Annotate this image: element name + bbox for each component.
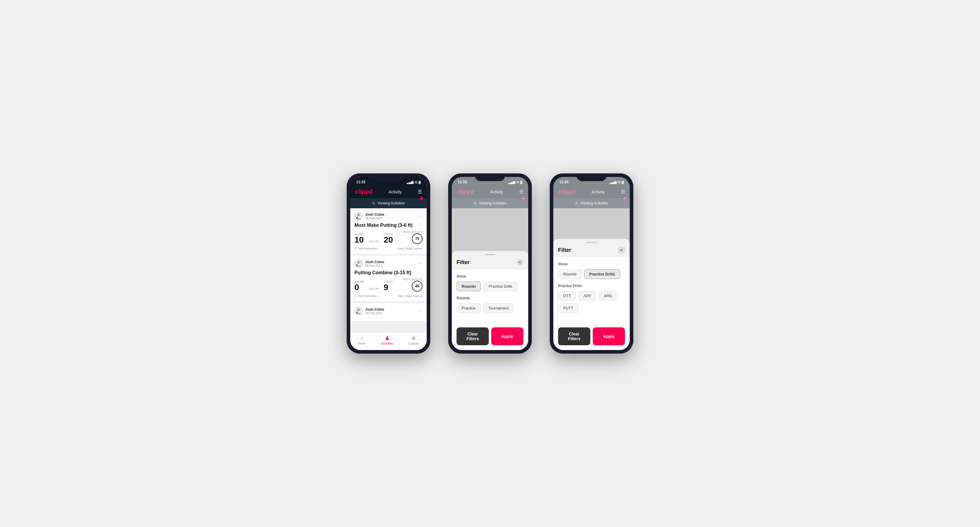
stats-row-2: Score 0 OUT OF Shots 9 Shot Quality xyxy=(355,278,423,292)
handle-bar-2 xyxy=(485,254,495,255)
home-icon: ⌂ xyxy=(360,335,364,341)
sheet-header-2: Filter ✕ xyxy=(452,256,528,270)
shot-quality-group-2: Shot Quality 45 xyxy=(403,278,423,292)
phone-2: 11:33 ▂▄▆ ⌬ ▓ clippd Activity ☰ ⊞ Viewin… xyxy=(448,173,532,354)
close-button-3[interactable]: ✕ xyxy=(618,246,625,254)
score-value-2: 0 xyxy=(355,283,364,292)
drills-filter-buttons-3: OTT APP ARG PUTT xyxy=(558,291,625,313)
activity-title-2: Putting Combine (3-15 ft) xyxy=(355,270,423,275)
bottom-nav-1: ⌂ Home ♟ Activities ⊕ Capture xyxy=(350,332,427,350)
tournament-btn-2[interactable]: Tournament xyxy=(483,303,514,313)
svg-point-2 xyxy=(356,217,358,219)
notification-dot-1 xyxy=(420,197,423,200)
status-time: 11:33 xyxy=(356,180,366,184)
svg-point-8 xyxy=(356,312,358,314)
more-dots-1[interactable]: ··· xyxy=(418,213,423,219)
phone-content-1: 11:33 ▂▄▆ ⌬ ▓ clippd Activity ☰ ⊞ Vi xyxy=(350,177,427,350)
avatar-3 xyxy=(355,307,363,315)
putt-btn-3[interactable]: PUTT xyxy=(558,303,578,313)
rounds-section-label-2: Rounds xyxy=(457,296,523,300)
stats-row-1: Score 10 OUT OF Shots 20 Shot Quality xyxy=(355,230,423,244)
filter-title-2: Filter xyxy=(457,259,470,265)
user-date-1: 28 Feb 2023 xyxy=(365,217,384,220)
card-header-3: Josh Coles 28 Feb 2023 ··· xyxy=(355,307,423,315)
score-group-2: Score 0 xyxy=(355,280,364,292)
user-date-2: 28 Feb 2023 xyxy=(365,264,384,267)
activity-list: Josh Coles 28 Feb 2023 ··· Must Make Put… xyxy=(350,208,427,332)
svg-point-5 xyxy=(356,264,358,266)
capture-icon: ⊕ xyxy=(412,335,416,341)
practice-drills-btn-3[interactable]: Practice Drills xyxy=(584,269,620,279)
shots-value-2: 9 xyxy=(384,283,393,292)
phone-screen-2: 11:33 ▂▄▆ ⌬ ▓ clippd Activity ☰ ⊞ Viewin… xyxy=(452,177,528,350)
viewing-text-1: Viewing Activities xyxy=(377,201,405,205)
user-info-1: Josh Coles 28 Feb 2023 xyxy=(355,212,384,220)
sheet-footer-3: Clear Filters Apply xyxy=(553,322,630,350)
practice-round-btn-2[interactable]: Practice xyxy=(457,303,481,313)
sheet-footer-2: Clear Filters Apply xyxy=(452,322,528,350)
sheet-handle-3 xyxy=(553,239,630,244)
shot-quality-group-1: Shot Quality 75 xyxy=(403,230,423,244)
app-header-1: clippd Activity ☰ xyxy=(350,186,427,198)
user-details-2: Josh Coles 28 Feb 2023 xyxy=(365,260,384,267)
user-info-2: Josh Coles 28 Feb 2023 xyxy=(355,259,384,268)
hamburger-icon-1[interactable]: ☰ xyxy=(418,189,422,195)
show-label-2: Show xyxy=(457,274,523,278)
phone-1: 11:33 ▂▄▆ ⌬ ▓ clippd Activity ☰ ⊞ Vi xyxy=(347,173,430,354)
phone-notch-3 xyxy=(577,173,606,181)
avatar-1 xyxy=(355,212,363,220)
svg-point-4 xyxy=(357,261,360,264)
close-button-2[interactable]: ✕ xyxy=(516,259,523,266)
nav-home[interactable]: ⌂ Home xyxy=(358,335,366,345)
shot-quality-badge-2: 45 xyxy=(412,281,423,292)
rounds-btn-2[interactable]: Rounds xyxy=(457,281,481,291)
score-group-1: Score 10 xyxy=(355,233,364,244)
phone-screen-3: 11:33 ▂▄▆ ⌬ ▓ clippd Activity ☰ ⊞ Viewin… xyxy=(553,177,630,350)
wifi-icon: ⌬ xyxy=(415,181,417,184)
avatar-2 xyxy=(355,259,363,268)
clear-filters-btn-2[interactable]: Clear Filters xyxy=(457,327,489,345)
nav-activities[interactable]: ♟ Activities xyxy=(381,335,393,345)
activities-icon: ♟ xyxy=(385,335,390,341)
shot-quality-label-1: Shot Quality xyxy=(403,230,423,233)
rounds-btn-3[interactable]: Rounds xyxy=(558,269,582,279)
activity-title-1: Must Make Putting (3-6 ft) xyxy=(355,222,423,228)
shots-group-1: Shots 20 xyxy=(384,233,393,244)
show-filter-buttons-2: Rounds Practice Drills xyxy=(457,281,523,291)
card-header-2: Josh Coles 28 Feb 2023 ··· xyxy=(355,259,423,268)
phone-screen-1: 11:33 ▂▄▆ ⌬ ▓ clippd Activity ☰ ⊞ Vi xyxy=(350,177,427,350)
apply-btn-3[interactable]: Apply xyxy=(593,327,625,345)
app-btn-3[interactable]: APP xyxy=(578,291,596,301)
test-info-2: ⓘ Test Information xyxy=(355,294,377,298)
practice-drills-btn-2[interactable]: Practice Drills xyxy=(484,281,517,291)
shot-quality-badge-1: 75 xyxy=(412,233,423,244)
app-title-1: Activity xyxy=(388,189,402,194)
user-details-1: Josh Coles 28 Feb 2023 xyxy=(365,213,384,220)
outof-label-1: OUT OF xyxy=(368,240,380,243)
user-info-3: Josh Coles 28 Feb 2023 xyxy=(355,307,384,315)
arg-btn-3[interactable]: ARG xyxy=(599,291,617,301)
phone-notch xyxy=(374,173,403,181)
shot-quality-label-2: Shot Quality xyxy=(403,278,423,281)
apply-btn-2[interactable]: Apply xyxy=(491,327,523,345)
ott-btn-3[interactable]: OTT xyxy=(558,291,576,301)
shots-group-2: Shots 9 xyxy=(384,280,393,292)
clear-filters-btn-3[interactable]: Clear Filters xyxy=(558,327,590,345)
more-dots-3[interactable]: ··· xyxy=(418,308,423,314)
signal-icon: ▂▄▆ xyxy=(407,181,414,184)
practice-drills-section-label-3: Practice Drills xyxy=(558,284,625,288)
filter-sheet-3: Filter ✕ Show Rounds Practice Drills Pra… xyxy=(553,239,630,350)
filter-sheet-2: Filter ✕ Show Rounds Practice Drills Rou… xyxy=(452,251,528,350)
user-name-2: Josh Coles xyxy=(365,260,384,264)
nav-activities-label: Activities xyxy=(381,342,393,345)
status-icons: ▂▄▆ ⌬ ▓ xyxy=(407,181,421,184)
card-footer-2: ⓘ Test Information Data: Clippd Capture xyxy=(355,294,423,298)
activity-card-1: Josh Coles 28 Feb 2023 ··· Must Make Put… xyxy=(350,208,427,256)
nav-capture[interactable]: ⊕ Capture xyxy=(409,335,419,345)
nav-capture-label: Capture xyxy=(409,342,419,345)
viewing-banner-1[interactable]: ⊞ Viewing Activities xyxy=(350,198,427,208)
data-source-1: Data: Clippd Capture xyxy=(398,247,423,250)
user-date-3: 28 Feb 2023 xyxy=(365,311,384,315)
more-dots-2[interactable]: ··· xyxy=(418,261,423,266)
test-info-1: ⓘ Test Information xyxy=(355,246,377,250)
